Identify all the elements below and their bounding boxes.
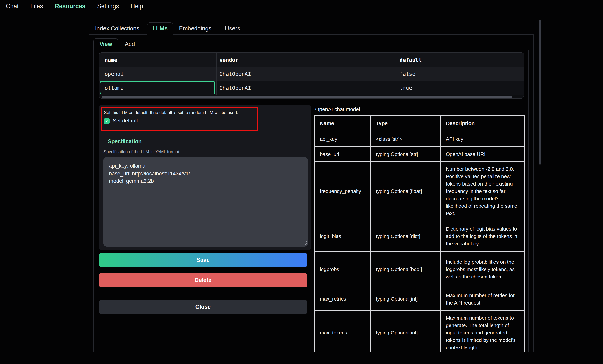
doc-row-max-tokens: max_tokens typing.Optional[int] Maximum … bbox=[314, 310, 525, 352]
llm-table-hscrollbar-thumb[interactable] bbox=[102, 96, 512, 98]
resize-handle-icon[interactable] bbox=[302, 241, 307, 245]
yaml-spec-textarea[interactable]: api_key: ollama base_url: http://localho… bbox=[104, 157, 308, 247]
delete-button[interactable]: Delete bbox=[99, 273, 307, 287]
subtab-add[interactable]: Add bbox=[125, 38, 135, 50]
llm-cell-default[interactable]: false bbox=[400, 67, 415, 81]
llm-col-header-vendor: vendor bbox=[220, 53, 238, 67]
llm-row-openai[interactable]: openai ChatOpenAI false bbox=[99, 67, 524, 81]
doc-cell-description: Number between -2.0 and 2.0. Positive va… bbox=[441, 162, 525, 221]
llm-cell-name[interactable]: openai bbox=[105, 67, 124, 81]
doc-cell-name: max_retries bbox=[314, 287, 371, 310]
subtab-view[interactable]: View bbox=[93, 38, 118, 50]
llm-table-header: name vendor default bbox=[99, 53, 524, 67]
nav-item-help[interactable]: Help bbox=[131, 3, 143, 10]
llm-table: name vendor default openai ChatOpenAI fa… bbox=[99, 52, 524, 99]
selected-cell-outline bbox=[100, 81, 215, 94]
doc-cell-type: <class 'str'> bbox=[371, 131, 441, 147]
tab-users[interactable]: Users bbox=[225, 22, 240, 34]
doc-cell-name: max_tokens bbox=[314, 310, 371, 352]
close-button[interactable]: Close bbox=[99, 300, 307, 314]
doc-row-logit-bias: logit_bias typing.Optional[dict] Diction… bbox=[314, 221, 525, 251]
llm-cell-vendor[interactable]: ChatOpenAI bbox=[220, 67, 251, 81]
doc-cell-name: logprobs bbox=[314, 251, 371, 287]
doc-row-base-url: base_url typing.Optional[str] OpenAI bas… bbox=[314, 147, 525, 162]
nav-item-files[interactable]: Files bbox=[30, 3, 43, 10]
app-root: Chat Files Resources Settings Help Index… bbox=[0, 0, 603, 364]
doc-cell-name: base_url bbox=[314, 147, 371, 162]
outer-panel-left-border bbox=[89, 34, 89, 352]
doc-cell-type: typing.Optional[float] bbox=[371, 162, 441, 221]
doc-cell-description: OpenAI base URL bbox=[441, 147, 525, 162]
top-nav: Chat Files Resources Settings Help bbox=[0, 0, 603, 12]
doc-cell-description: Include log probabilities on the logprob… bbox=[441, 251, 525, 287]
doc-cell-type: typing.Optional[dict] bbox=[371, 221, 441, 251]
llm-col-header-default: default bbox=[400, 53, 422, 67]
model-info-table: Name Type Description api_key <class 'st… bbox=[314, 115, 525, 352]
tab-llms[interactable]: LLMs bbox=[147, 22, 173, 34]
specification-caption: Specification of the LLM in YAML format bbox=[104, 149, 179, 154]
specification-heading: Specification bbox=[108, 138, 142, 144]
column-divider bbox=[394, 53, 394, 95]
doc-row-max-retries: max_retries typing.Optional[int] Maximum… bbox=[314, 287, 525, 310]
save-button[interactable]: Save bbox=[99, 253, 307, 267]
doc-cell-name: logit_bias bbox=[314, 221, 371, 251]
tab-index-collections[interactable]: Index Collections bbox=[95, 22, 139, 34]
doc-row-logprobs: logprobs typing.Optional[bool] Include l… bbox=[314, 251, 525, 287]
doc-cell-description: Maximum number of tokens to generate. Th… bbox=[441, 310, 525, 352]
llm-cell-default[interactable]: true bbox=[400, 81, 412, 95]
model-info-table-wrap: Name Type Description api_key <class 'st… bbox=[314, 115, 525, 352]
model-info-title: OpenAI chat model bbox=[315, 107, 360, 112]
red-highlight-annotation-box bbox=[101, 107, 258, 131]
page-vscrollbar-thumb[interactable] bbox=[539, 20, 541, 164]
nav-item-chat[interactable]: Chat bbox=[6, 3, 19, 10]
llm-col-header-name: name bbox=[105, 53, 117, 67]
doc-col-header-description: Description bbox=[441, 116, 525, 131]
nav-item-settings[interactable]: Settings bbox=[97, 3, 119, 10]
doc-cell-name: frequency_penalty bbox=[314, 162, 371, 221]
doc-cell-type: typing.Optional[int] bbox=[371, 287, 441, 310]
tab-embeddings[interactable]: Embeddings bbox=[179, 22, 211, 34]
column-divider bbox=[216, 53, 217, 95]
doc-cell-type: typing.Optional[str] bbox=[371, 147, 441, 162]
doc-cell-description: Dictionary of logit bias values to add t… bbox=[441, 221, 525, 251]
doc-col-header-name: Name bbox=[314, 116, 371, 131]
inner-panel-right-border bbox=[528, 50, 529, 352]
llm-detail-panel: Set this LLM as default. If no default i… bbox=[99, 105, 311, 250]
doc-row-api-key: api_key <class 'str'> API key bbox=[314, 131, 525, 147]
inner-panel-top-border bbox=[93, 50, 528, 50]
doc-cell-name: api_key bbox=[314, 131, 371, 147]
model-info-header-row: Name Type Description bbox=[314, 116, 525, 131]
outer-panel-right-border bbox=[533, 34, 534, 352]
doc-cell-description: API key bbox=[441, 131, 525, 147]
inner-panel-left-border bbox=[93, 50, 94, 352]
doc-row-frequency-penalty: frequency_penalty typing.Optional[float]… bbox=[314, 162, 525, 221]
doc-col-header-type: Type bbox=[371, 116, 441, 131]
doc-cell-type: typing.Optional[bool] bbox=[371, 251, 441, 287]
doc-cell-type: typing.Optional[int] bbox=[371, 310, 441, 352]
llm-cell-vendor[interactable]: ChatOpenAI bbox=[220, 81, 251, 95]
doc-cell-description: Maximum number of retries for the API re… bbox=[441, 287, 525, 310]
nav-item-resources[interactable]: Resources bbox=[55, 3, 86, 10]
